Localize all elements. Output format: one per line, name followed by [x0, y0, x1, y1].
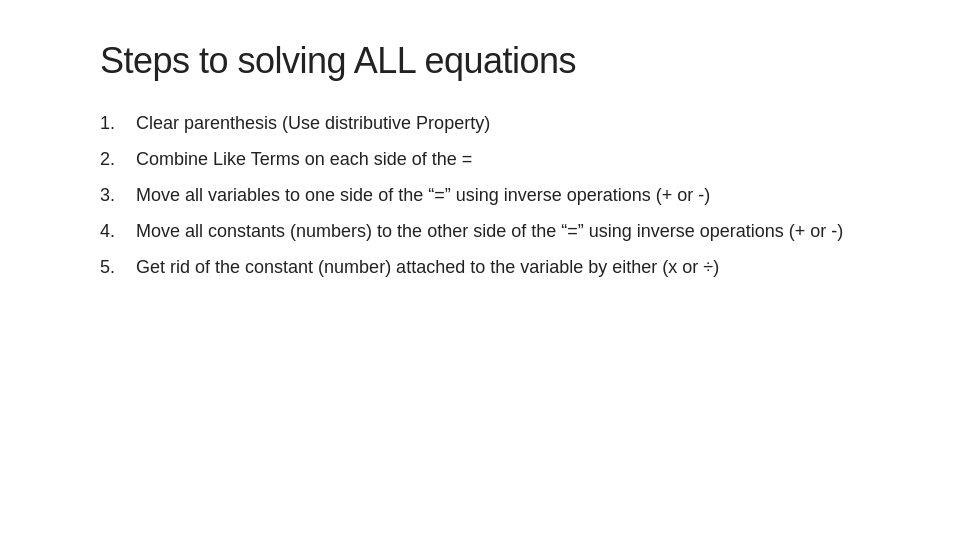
list-item: 2. Combine Like Terms on each side of th…: [100, 146, 880, 172]
slide-container: Steps to solving ALL equations 1. Clear …: [0, 0, 960, 540]
step-text-1: Clear parenthesis (Use distributive Prop…: [136, 110, 490, 136]
step-number-1: 1.: [100, 110, 136, 136]
step-number-2: 2.: [100, 146, 136, 172]
list-item: 3. Move all variables to one side of the…: [100, 182, 880, 208]
step-text-2: Combine Like Terms on each side of the =: [136, 146, 472, 172]
step-text-4: Move all constants (numbers) to the othe…: [136, 218, 843, 244]
step-number-3: 3.: [100, 182, 136, 208]
list-item: 1. Clear parenthesis (Use distributive P…: [100, 110, 880, 136]
list-item: 4. Move all constants (numbers) to the o…: [100, 218, 880, 244]
list-item: 5. Get rid of the constant (number) atta…: [100, 254, 880, 280]
step-text-3: Move all variables to one side of the “=…: [136, 182, 710, 208]
step-number-5: 5.: [100, 254, 136, 280]
slide-title: Steps to solving ALL equations: [100, 40, 880, 82]
step-text-5: Get rid of the constant (number) attache…: [136, 254, 719, 280]
steps-list: 1. Clear parenthesis (Use distributive P…: [100, 110, 880, 290]
step-number-4: 4.: [100, 218, 136, 244]
